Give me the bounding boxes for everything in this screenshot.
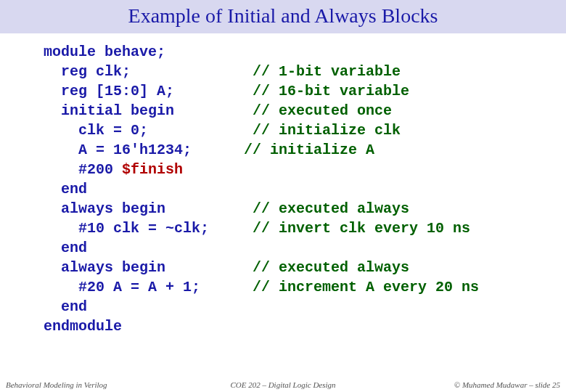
code-line: reg clk; — [44, 63, 131, 80]
pad — [209, 220, 253, 237]
code-line: initial begin — [44, 102, 174, 119]
code-comment: // invert clk every 10 ns — [253, 220, 470, 237]
pad — [165, 200, 253, 217]
code-line: end — [44, 240, 87, 256]
code-line: #20 A = A + 1; — [44, 279, 200, 295]
code-comment: // executed once — [253, 102, 392, 119]
pad — [148, 122, 253, 139]
code-line: always begin — [44, 200, 165, 217]
code-line: always begin — [44, 259, 165, 276]
footer-right: © Muhamed Mudawar – slide 25 — [415, 380, 560, 389]
code-comment: // 16-bit variable — [253, 83, 409, 99]
code-comment: // executed always — [253, 259, 409, 276]
pad — [200, 279, 253, 295]
footer-left: Behavioral Modeling in Verilog — [6, 380, 151, 389]
system-task: $finish — [122, 161, 183, 178]
pad — [131, 63, 253, 80]
code-comment: // executed always — [253, 200, 409, 217]
code-line: clk = 0; — [44, 122, 148, 139]
slide-title: Example of Initial and Always Blocks — [0, 4, 566, 28]
code-line: endmodule — [44, 318, 122, 335]
pad — [174, 83, 253, 99]
code-line: reg [15:0] A; — [44, 83, 174, 99]
code-line: #200 — [44, 161, 122, 178]
code-comment: // initialize A — [244, 142, 374, 158]
pad — [174, 102, 253, 119]
code-comment: // initialize clk — [253, 122, 401, 139]
code-comment: // 1-bit variable — [253, 63, 401, 80]
code-line: end — [44, 181, 87, 197]
pad — [192, 142, 244, 158]
footer-mid: COE 202 – Digital Logic Design — [151, 380, 415, 389]
code-line: end — [44, 298, 87, 315]
title-bar: Example of Initial and Always Blocks — [0, 0, 566, 33]
code-line: A = 16'h1234; — [44, 142, 192, 158]
pad — [165, 259, 253, 276]
code-line: #10 clk = ~clk; — [44, 220, 209, 237]
code-line: module behave; — [44, 44, 165, 60]
code-example: module behave; reg clk; // 1-bit variabl… — [0, 33, 566, 336]
code-comment: // increment A every 20 ns — [253, 279, 479, 295]
footer: Behavioral Modeling in Verilog COE 202 –… — [0, 380, 566, 389]
